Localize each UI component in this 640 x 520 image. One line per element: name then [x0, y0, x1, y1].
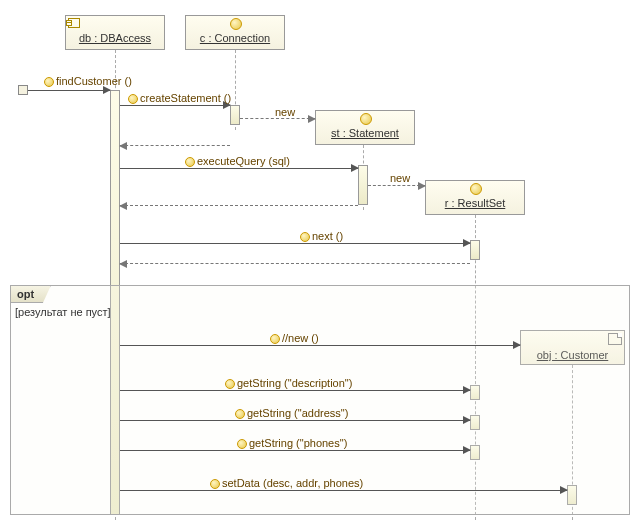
operation-icon: [128, 94, 138, 104]
activation: [230, 105, 240, 125]
message-label: createStatement (): [128, 92, 231, 104]
message-arrow: [120, 243, 470, 244]
operation-icon: [300, 232, 310, 242]
message-arrow: [120, 390, 470, 391]
operation-icon: [225, 379, 235, 389]
message-label: getString ("phones"): [237, 437, 347, 449]
interface-icon: [470, 183, 482, 195]
message-label: findCustomer (): [44, 75, 132, 87]
message-arrow: [120, 450, 470, 451]
message-label: getString ("description"): [225, 377, 352, 389]
operation-icon: [270, 334, 280, 344]
return-arrow: [120, 205, 358, 206]
fragment-label: opt: [10, 285, 51, 303]
message-label: next (): [300, 230, 343, 242]
fragment-guard: [результат не пуст]: [15, 306, 111, 318]
message-arrow: [120, 105, 230, 106]
lifeline-c: c : Connection: [185, 15, 285, 50]
lifeline-label: st : Statement: [331, 127, 399, 139]
message-label: setData (desc, addr, phones): [210, 477, 363, 489]
message-label: //new (): [270, 332, 319, 344]
operation-icon: [44, 77, 54, 87]
message-label: executeQuery (sql): [185, 155, 290, 167]
lifeline-db: db : DBAccess: [65, 15, 165, 50]
activation: [358, 165, 368, 205]
component-icon: [68, 18, 80, 28]
message-label: getString ("address"): [235, 407, 348, 419]
message-arrow: [120, 345, 520, 346]
activation: [470, 240, 480, 260]
create-arrow: [368, 185, 425, 186]
message-arrow: [28, 90, 110, 91]
operation-icon: [185, 157, 195, 167]
message-arrow: [120, 420, 470, 421]
message-arrow: [120, 490, 567, 491]
gate-icon: [18, 85, 28, 95]
lifeline-label: db : DBAccess: [79, 32, 151, 44]
interface-icon: [230, 18, 242, 30]
lifeline-label: c : Connection: [200, 32, 270, 44]
create-arrow: [240, 118, 315, 119]
message-label: new: [390, 172, 410, 184]
operation-icon: [237, 439, 247, 449]
lifeline-label: r : ResultSet: [445, 197, 506, 209]
operation-icon: [210, 479, 220, 489]
operation-icon: [235, 409, 245, 419]
interface-icon: [360, 113, 372, 125]
return-arrow: [120, 263, 470, 264]
return-arrow: [120, 145, 230, 146]
lifeline-st: st : Statement: [315, 110, 415, 145]
message-label: new: [275, 106, 295, 118]
lifeline-r: r : ResultSet: [425, 180, 525, 215]
message-arrow: [120, 168, 358, 169]
